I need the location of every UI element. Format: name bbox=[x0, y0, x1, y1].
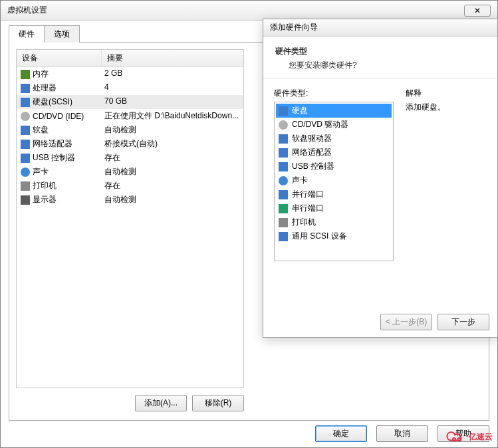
window-title: 虚拟机设置 bbox=[7, 5, 47, 16]
device-summary: 自动检测 bbox=[102, 194, 243, 205]
usb-icon bbox=[279, 162, 288, 171]
wizard-desc-label: 解释 bbox=[406, 88, 445, 99]
device-name: 软盘 bbox=[33, 124, 49, 136]
wizard-description: 解释 添加硬盘。 bbox=[406, 88, 445, 261]
device-name: 处理器 bbox=[33, 82, 57, 94]
tab-options-label: 选项 bbox=[54, 29, 70, 39]
titlebar: 虚拟机设置 ✕ bbox=[1, 1, 497, 21]
list-item[interactable]: 打印机 bbox=[276, 215, 392, 229]
wizard-titlebar: 添加硬件向导 bbox=[263, 19, 497, 37]
close-icon: ✕ bbox=[474, 6, 481, 15]
device-name: USB 控制器 bbox=[33, 152, 75, 164]
table-row[interactable]: 打印机存在 bbox=[17, 179, 243, 193]
list-item[interactable]: USB 控制器 bbox=[276, 160, 392, 173]
device-summary: 2 GB bbox=[102, 68, 243, 80]
cancel-button[interactable]: 取消 bbox=[376, 425, 428, 442]
list-item-label: 通用 SCSI 设备 bbox=[292, 231, 347, 242]
wizard-title: 添加硬件向导 bbox=[270, 22, 318, 33]
parallel-icon bbox=[279, 190, 288, 199]
network-icon bbox=[21, 140, 30, 149]
sound-icon bbox=[21, 168, 30, 177]
device-summary: 存在 bbox=[102, 180, 243, 191]
device-name: 声卡 bbox=[33, 166, 49, 177]
cd-icon bbox=[21, 112, 30, 121]
device-name: 内存 bbox=[33, 68, 49, 80]
cancel-button-label: 取消 bbox=[394, 429, 410, 438]
list-item[interactable]: CD/DVD 驱动器 bbox=[276, 118, 392, 132]
list-item[interactable]: 并行端口 bbox=[276, 187, 392, 201]
device-summary: 自动检测 bbox=[102, 124, 243, 136]
list-item-label: 硬盘 bbox=[292, 105, 308, 116]
list-item[interactable]: 声卡 bbox=[276, 173, 392, 187]
back-button[interactable]: < 上一步(B) bbox=[380, 314, 432, 330]
list-item-label: 串行端口 bbox=[292, 203, 324, 214]
svg-point-1 bbox=[457, 438, 460, 441]
col-device-header[interactable]: 设备 bbox=[17, 50, 102, 66]
list-item-label: 打印机 bbox=[292, 217, 316, 228]
device-name: 网络适配器 bbox=[33, 138, 72, 150]
tab-hardware-label: 硬件 bbox=[19, 29, 35, 39]
device-summary: 正在使用文件 D:\BaiduNetdiskDown... bbox=[102, 110, 243, 122]
watermark-logo: 亿速云 bbox=[444, 429, 493, 444]
next-button[interactable]: 下一步 bbox=[437, 314, 489, 330]
floppy-icon bbox=[279, 134, 288, 144]
device-name: 显示器 bbox=[33, 194, 57, 205]
display-icon bbox=[21, 195, 30, 205]
list-item-label: USB 控制器 bbox=[292, 161, 334, 172]
list-item-label: 声卡 bbox=[292, 175, 308, 186]
table-row[interactable]: 显示器自动检测 bbox=[17, 193, 243, 207]
hardware-type-list[interactable]: 硬盘CD/DVD 驱动器软盘驱动器网络适配器USB 控制器声卡并行端口串行端口打… bbox=[274, 102, 394, 261]
remove-button[interactable]: 移除(R) bbox=[192, 395, 244, 411]
list-item[interactable]: 通用 SCSI 设备 bbox=[276, 229, 392, 243]
hdd-icon bbox=[279, 106, 288, 116]
table-row[interactable]: 声卡自动检测 bbox=[17, 165, 243, 179]
scsi-icon bbox=[279, 232, 288, 241]
table-row[interactable]: USB 控制器存在 bbox=[17, 151, 243, 165]
cloud-icon bbox=[444, 429, 467, 444]
watermark-text: 亿速云 bbox=[469, 431, 493, 443]
list-item[interactable]: 网络适配器 bbox=[276, 146, 392, 160]
network-icon bbox=[279, 148, 288, 158]
wizard-header: 硬件类型 您要安装哪类硬件? bbox=[263, 37, 497, 78]
list-item[interactable]: 串行端口 bbox=[276, 201, 392, 215]
table-row[interactable]: 处理器4 bbox=[17, 81, 243, 95]
remove-button-label: 移除(R) bbox=[205, 398, 232, 407]
add-hardware-wizard: 添加硬件向导 硬件类型 您要安装哪类硬件? 硬件类型: 硬盘CD/DVD 驱动器… bbox=[263, 19, 498, 338]
list-item-label: 软盘驱动器 bbox=[292, 133, 332, 144]
device-summary: 存在 bbox=[102, 152, 243, 164]
hardware-rows: 内存2 GB处理器4硬盘(SCSI)70 GBCD/DVD (IDE)正在使用文… bbox=[17, 67, 243, 207]
table-row[interactable]: 硬盘(SCSI)70 GB bbox=[17, 95, 243, 109]
add-button-label: 添加(A)... bbox=[144, 398, 178, 407]
table-row[interactable]: CD/DVD (IDE)正在使用文件 D:\BaiduNetdiskDown..… bbox=[17, 109, 243, 123]
table-row[interactable]: 软盘自动检测 bbox=[17, 123, 243, 137]
usb-icon bbox=[21, 154, 30, 163]
close-button[interactable]: ✕ bbox=[464, 5, 491, 17]
memory-icon bbox=[21, 70, 30, 79]
tab-hardware[interactable]: 硬件 bbox=[9, 25, 45, 43]
wizard-body: 硬件类型: 硬盘CD/DVD 驱动器软盘驱动器网络适配器USB 控制器声卡并行端… bbox=[263, 78, 497, 271]
sound-icon bbox=[279, 176, 288, 185]
hardware-actions: 添加(A)... 移除(R) bbox=[16, 395, 244, 411]
wizard-desc-text: 添加硬盘。 bbox=[406, 102, 445, 113]
hardware-table: 设备 摘要 内存2 GB处理器4硬盘(SCSI)70 GBCD/DVD (IDE… bbox=[16, 49, 244, 388]
list-item[interactable]: 软盘驱动器 bbox=[276, 132, 392, 146]
device-name: 硬盘(SCSI) bbox=[33, 96, 72, 108]
svg-point-0 bbox=[453, 438, 455, 441]
table-row[interactable]: 网络适配器桥接模式(自动) bbox=[17, 137, 243, 151]
list-item-label: CD/DVD 驱动器 bbox=[292, 119, 348, 130]
wizard-heading: 硬件类型 bbox=[275, 46, 485, 57]
printer-icon bbox=[279, 218, 288, 227]
list-item-label: 网络适配器 bbox=[292, 147, 332, 158]
back-button-label: < 上一步(B) bbox=[386, 317, 427, 326]
add-button[interactable]: 添加(A)... bbox=[135, 395, 187, 411]
list-item[interactable]: 硬盘 bbox=[276, 104, 392, 118]
cpu-icon bbox=[21, 84, 30, 93]
hardware-table-header: 设备 摘要 bbox=[17, 50, 243, 67]
ok-button[interactable]: 确定 bbox=[315, 425, 367, 442]
table-row[interactable]: 内存2 GB bbox=[17, 67, 243, 81]
cd-icon bbox=[279, 120, 288, 130]
wizard-subheading: 您要安装哪类硬件? bbox=[275, 60, 485, 71]
tab-options[interactable]: 选项 bbox=[44, 25, 80, 43]
col-summary-header[interactable]: 摘要 bbox=[102, 50, 243, 66]
hardware-type-label: 硬件类型: bbox=[274, 88, 394, 99]
